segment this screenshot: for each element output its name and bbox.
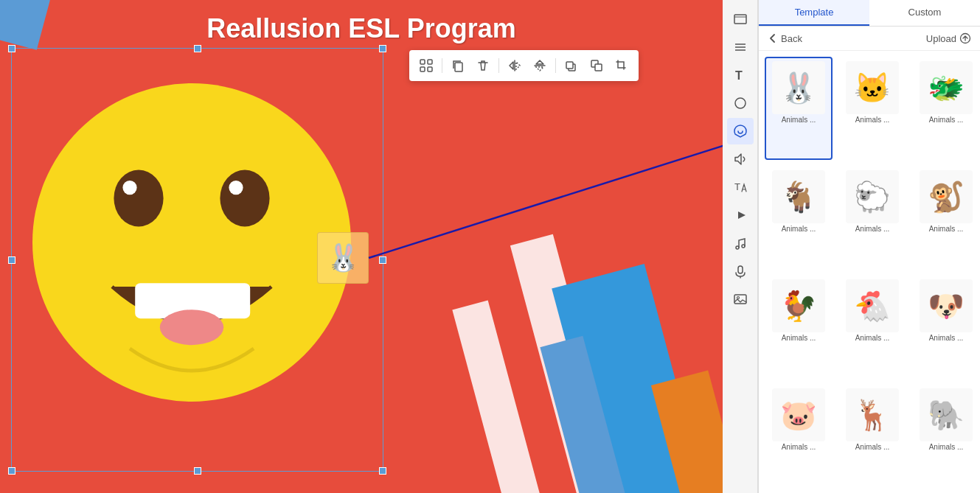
crop-button[interactable] — [611, 55, 633, 77]
bring-forward-button[interactable] — [560, 55, 583, 77]
tool-volume[interactable] — [727, 146, 754, 172]
svg-point-31 — [737, 297, 739, 299]
sticker-label: Animals ... — [769, 443, 828, 451]
sticker-thumb: 🐓 — [772, 279, 825, 332]
tool-stickers[interactable] — [727, 118, 754, 144]
white-shape-2 — [452, 300, 543, 493]
svg-point-4 — [229, 181, 243, 195]
tool-audio[interactable] — [727, 258, 754, 284]
slide-canvas[interactable]: Reallusion ESL Program — [0, 0, 723, 493]
svg-point-27 — [736, 246, 739, 249]
sticker-item[interactable]: 🦌Animals ... — [838, 384, 906, 487]
sticker-item[interactable]: 🐒Animals ... — [912, 166, 980, 269]
drag-icon[interactable]: 🐰 — [317, 232, 369, 284]
sticker-label: Animals ... — [843, 334, 902, 342]
sticker-label: Animals ... — [917, 443, 976, 451]
sticker-item[interactable]: 🐔Animals ... — [838, 275, 906, 378]
sticker-label: Animals ... — [769, 116, 828, 124]
sticker-item[interactable]: 🐱Animals ... — [838, 57, 906, 160]
sticker-item[interactable]: 🐷Animals ... — [765, 384, 833, 487]
flip-h-button[interactable] — [504, 55, 526, 77]
tool-typo[interactable]: T — [727, 174, 754, 200]
divider-2 — [498, 58, 499, 73]
tab-custom[interactable]: Custom — [869, 0, 980, 26]
handle-tr[interactable] — [379, 45, 386, 52]
svg-point-6 — [160, 310, 223, 345]
tab-template[interactable]: Template — [759, 0, 869, 26]
tool-slides[interactable] — [727, 6, 754, 32]
right-panel: Template Custom Back Upload 🐰Animals ...… — [758, 0, 980, 493]
panel-header: Back Upload — [759, 27, 980, 51]
sticker-grid: 🐰Animals ...🐱Animals ...🐲Animals ...🐐Ani… — [759, 51, 980, 493]
tool-music[interactable] — [727, 230, 754, 256]
sticker-label: Animals ... — [917, 116, 976, 124]
sticker-item[interactable]: 🐑Animals ... — [838, 166, 906, 269]
handle-bl[interactable] — [8, 467, 15, 475]
copy-button[interactable] — [447, 55, 469, 77]
svg-point-1 — [114, 170, 163, 227]
divider-3 — [555, 58, 556, 73]
tool-video[interactable] — [727, 202, 754, 228]
svg-point-3 — [122, 181, 136, 195]
sticker-item[interactable]: 🐐Animals ... — [765, 166, 833, 269]
svg-text:T: T — [734, 181, 740, 192]
svg-rect-13 — [455, 63, 462, 71]
flip-v-button[interactable] — [529, 55, 551, 77]
sticker-thumb: 🐒 — [920, 170, 973, 223]
svg-rect-11 — [420, 67, 425, 71]
upload-icon — [959, 32, 971, 44]
divider-1 — [442, 58, 442, 73]
tool-shapes[interactable] — [727, 90, 754, 116]
svg-rect-9 — [420, 60, 425, 64]
tab-bar: Template Custom — [759, 0, 980, 27]
sticker-label: Animals ... — [917, 334, 976, 342]
sticker-item[interactable]: 🐶Animals ... — [912, 275, 980, 378]
delete-button[interactable] — [472, 55, 494, 77]
handle-mr[interactable] — [379, 256, 386, 264]
canvas-area: Reallusion ESL Program — [0, 0, 723, 493]
sticker-thumb: 🐐 — [772, 170, 825, 223]
sticker-thumb: 🐲 — [920, 61, 973, 114]
sticker-label: Animals ... — [769, 334, 828, 342]
upload-button[interactable]: Upload — [926, 32, 971, 44]
handle-br[interactable] — [379, 467, 386, 475]
sticker-label: Animals ... — [843, 116, 902, 124]
back-icon — [768, 33, 778, 43]
svg-point-2 — [220, 170, 269, 227]
sticker-thumb: 🦌 — [846, 388, 899, 441]
svg-rect-29 — [738, 266, 743, 273]
sticker-thumb: 🐑 — [846, 170, 899, 223]
object-toolbar — [409, 50, 639, 81]
svg-point-0 — [32, 83, 351, 402]
sticker-thumb: 🐔 — [846, 279, 899, 332]
sticker-label: Animals ... — [917, 225, 976, 233]
handle-bm[interactable] — [194, 467, 201, 475]
sticker-item[interactable]: 🐘Animals ... — [912, 384, 980, 487]
sticker-item[interactable]: 🐲Animals ... — [912, 57, 980, 160]
svg-rect-18 — [734, 15, 746, 24]
tool-lines[interactable] — [727, 34, 754, 60]
svg-point-28 — [742, 245, 745, 248]
back-button[interactable]: Back — [768, 33, 802, 44]
left-sidebar: T T — [723, 0, 758, 493]
svg-rect-12 — [428, 67, 432, 71]
sticker-thumb: 🐘 — [920, 388, 973, 441]
grid-button[interactable] — [415, 55, 437, 77]
tool-image[interactable] — [727, 286, 754, 312]
sticker-label: Animals ... — [769, 225, 828, 233]
sticker-item[interactable]: 🐰Animals ... — [765, 57, 833, 160]
sticker-thumb: 🐷 — [772, 388, 825, 441]
svg-rect-15 — [566, 62, 573, 69]
smiley-face — [15, 48, 369, 405]
sticker-thumb: 🐱 — [846, 61, 899, 114]
svg-text:T: T — [735, 69, 743, 82]
sticker-label: Animals ... — [843, 443, 902, 451]
svg-marker-26 — [738, 211, 746, 219]
tool-text[interactable]: T — [727, 62, 754, 88]
svg-rect-17 — [595, 64, 602, 71]
svg-rect-10 — [428, 60, 432, 64]
sticker-item[interactable]: 🐓Animals ... — [765, 275, 833, 378]
send-backward-button[interactable] — [585, 55, 608, 77]
svg-point-24 — [735, 98, 746, 108]
sticker-label: Animals ... — [843, 225, 902, 233]
